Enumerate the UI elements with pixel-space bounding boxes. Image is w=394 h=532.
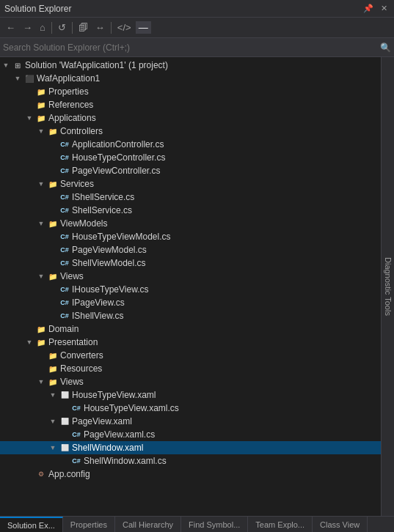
tree-item[interactable]: 📁Presentation: [0, 336, 381, 349]
bottom-tab-5[interactable]: Class View: [313, 517, 368, 532]
tree-item-icon: C#: [59, 284, 70, 295]
tree-expander[interactable]: [35, 178, 47, 190]
tree-expander[interactable]: [23, 336, 35, 348]
tree-expander[interactable]: [35, 270, 47, 282]
tree-item-icon: ⬜: [59, 442, 70, 454]
tree-item-label: ShellViewModel.cs: [72, 258, 146, 268]
tree-item-label: PageViewController.cs: [72, 166, 161, 176]
tree-expander[interactable]: [12, 73, 23, 84]
tree-item[interactable]: C#HouseTypeController.cs: [0, 151, 381, 164]
tree-item-icon: 📁: [35, 112, 47, 124]
refresh-button[interactable]: ↺: [55, 21, 69, 34]
tree-item[interactable]: C#IShellService.cs: [0, 191, 381, 204]
tree-item-label: PageView.xaml.cs: [84, 429, 155, 440]
tree-expander[interactable]: [47, 389, 59, 401]
settings-button[interactable]: —: [136, 21, 151, 34]
tree-expander[interactable]: [23, 112, 35, 124]
tree-item[interactable]: ⬜HouseTypeView.xaml: [0, 388, 381, 402]
tree-item[interactable]: 📁Views: [0, 375, 381, 388]
tree-item[interactable]: C#PageView.xaml.cs: [0, 428, 381, 441]
tree-item[interactable]: 📁Controllers: [0, 125, 381, 138]
tree-item-icon: C#: [59, 152, 70, 163]
tree-expander[interactable]: [47, 415, 59, 427]
tree-item-label: PageView.xaml: [72, 416, 132, 426]
tree-item-label: Presentation: [48, 337, 98, 347]
tree-item[interactable]: 📁Properties: [0, 85, 381, 98]
tree-item-label: Applications: [48, 113, 96, 123]
tree-item[interactable]: ⊞Solution 'WafApplication1' (1 project): [0, 59, 381, 72]
tree-item[interactable]: C#ShellService.cs: [0, 204, 381, 217]
tree-item[interactable]: ⬛WafApplication1: [0, 72, 381, 85]
tree-item-label: Views: [60, 377, 84, 387]
tree-item-icon: 📁: [35, 99, 47, 111]
tree-item-label: Controllers: [60, 126, 103, 136]
close-icon[interactable]: ✕: [379, 4, 390, 13]
tree-item[interactable]: C#HouseTypeViewModel.cs: [0, 230, 381, 243]
tree-item-label: Properties: [48, 86, 89, 97]
tree-item-label: ShellWindow.xaml.cs: [84, 456, 167, 466]
tree-item[interactable]: C#ApplicationController.cs: [0, 138, 381, 151]
tree-expander[interactable]: [47, 442, 59, 454]
pin-icon[interactable]: 📌: [361, 4, 376, 13]
tree-item-icon: ⚙: [35, 468, 47, 480]
tree-item-icon: C#: [59, 310, 70, 322]
tree-item[interactable]: C#PageViewController.cs: [0, 164, 381, 177]
forward-button[interactable]: →: [20, 21, 35, 34]
tree-item[interactable]: 📁Views: [0, 270, 381, 283]
search-icon: 🔍: [380, 43, 391, 53]
search-input[interactable]: [3, 43, 380, 53]
tree-item-icon: ⬜: [59, 389, 70, 401]
bottom-tab-2[interactable]: Call Hierarchy: [115, 517, 181, 532]
tree-item-label: Views: [60, 271, 84, 281]
tree-expander[interactable]: [0, 59, 12, 71]
properties-button[interactable]: </>: [114, 21, 134, 34]
bottom-tab-1[interactable]: Properties: [63, 517, 115, 532]
tree-item[interactable]: C#IHouseTypeView.cs: [0, 283, 381, 296]
tree-item-label: IShellService.cs: [72, 192, 134, 202]
bottom-tab-4[interactable]: Team Explo...: [248, 517, 313, 532]
tree-expander[interactable]: [35, 376, 47, 388]
tree-item[interactable]: 📁Converters: [0, 349, 381, 362]
show-only-button[interactable]: ↔: [92, 21, 108, 34]
tree-item-label: ShellWindow.xaml: [72, 443, 143, 453]
tree-item-icon: 📁: [47, 363, 59, 374]
tree-item[interactable]: 📁Applications: [0, 111, 381, 125]
bottom-tab-3[interactable]: Find Symbol...: [181, 517, 248, 532]
tree-item[interactable]: C#ShellWindow.xaml.cs: [0, 454, 381, 468]
title-bar-title: Solution Explorer: [4, 4, 361, 14]
tree-item-icon: ⬛: [23, 73, 35, 84]
tree-item-icon: 📁: [35, 86, 47, 97]
home-button[interactable]: ⌂: [37, 21, 48, 34]
show-all-files-button[interactable]: 🗐: [76, 21, 91, 34]
tree-item-icon: C#: [70, 402, 82, 414]
tree-item[interactable]: C#IShellView.cs: [0, 309, 381, 322]
tree-item-icon: C#: [59, 244, 70, 256]
diagnostic-tools-tab[interactable]: Diagnostic Tools: [381, 57, 394, 516]
tree-item[interactable]: C#ShellViewModel.cs: [0, 256, 381, 270]
title-bar-icons: 📌 ✕: [361, 4, 390, 13]
tree-item[interactable]: 📁Services: [0, 177, 381, 191]
tree-item-icon: C#: [70, 429, 82, 440]
back-button[interactable]: ←: [3, 21, 18, 34]
tree-item[interactable]: ⬜ShellWindow.xaml: [0, 441, 381, 454]
tree-item[interactable]: 📁References: [0, 98, 381, 111]
tree-item[interactable]: 📁ViewModels: [0, 217, 381, 230]
tree-item[interactable]: 📁Domain: [0, 322, 381, 336]
tree-item[interactable]: ⬜PageView.xaml: [0, 415, 381, 428]
tree-expander[interactable]: [35, 218, 47, 229]
tree-item-label: IPageView.cs: [72, 298, 125, 308]
tree-item-label: IShellView.cs: [72, 311, 123, 321]
tree-item[interactable]: C#IPageView.cs: [0, 296, 381, 309]
tree-expander[interactable]: [35, 125, 47, 137]
tree-item-icon: ⊞: [12, 59, 23, 71]
tree-item[interactable]: ⚙App.config: [0, 468, 381, 481]
tree-item[interactable]: C#HouseTypeView.xaml.cs: [0, 402, 381, 415]
bottom-tab-0[interactable]: Solution Ex...: [0, 517, 63, 532]
tree-item-icon: C#: [70, 455, 82, 467]
tree-item-icon: 📁: [47, 376, 59, 388]
tree-item[interactable]: C#PageViewModel.cs: [0, 243, 381, 256]
tree-item-label: Domain: [48, 324, 79, 334]
tree-item[interactable]: 📁Resources: [0, 362, 381, 375]
tree-item-icon: C#: [59, 231, 70, 243]
toolbar-sep-3: [111, 22, 112, 34]
